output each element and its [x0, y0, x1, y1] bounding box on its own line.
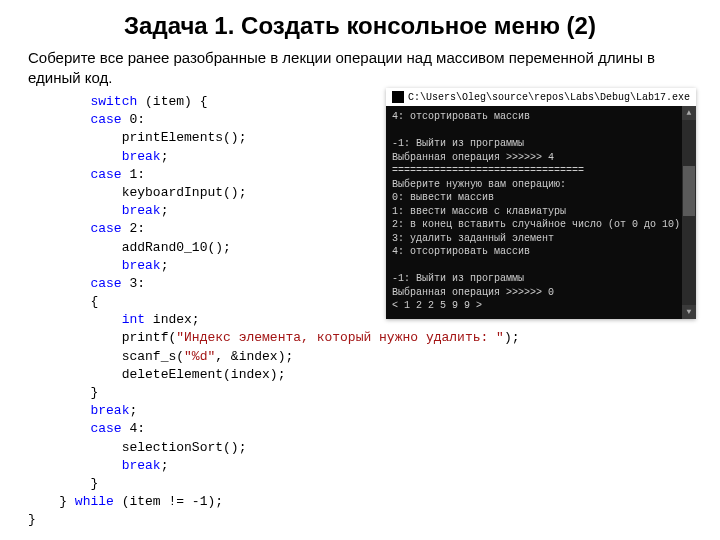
code-text: } — [90, 385, 98, 400]
kw-case: case — [90, 112, 121, 127]
kw-int: int — [122, 312, 145, 327]
code-text: 4: — [122, 421, 145, 436]
code-text: ; — [161, 458, 169, 473]
code-text: , &index); — [215, 349, 293, 364]
kw-case: case — [90, 421, 121, 436]
scroll-down-icon[interactable]: ▼ — [682, 305, 696, 319]
kw-case: case — [90, 221, 121, 236]
kw-break: break — [122, 258, 161, 273]
console-titlebar: C:\Users\Oleg\source\repos\Labs\Debug\La… — [386, 88, 696, 106]
code-text: } — [28, 512, 36, 527]
slide-title: Задача 1. Создать консольное меню (2) — [0, 0, 720, 40]
code-text: 3: — [122, 276, 145, 291]
code-text: index; — [145, 312, 200, 327]
code-text: } — [59, 494, 75, 509]
code-text: 2: — [122, 221, 145, 236]
scroll-up-icon[interactable]: ▲ — [682, 106, 696, 120]
kw-case: case — [90, 167, 121, 182]
code-text: (item) { — [137, 94, 207, 109]
code-text: 1: — [122, 167, 145, 182]
console-title-path: C:\Users\Oleg\source\repos\Labs\Debug\La… — [408, 92, 690, 103]
code-text: { — [90, 294, 98, 309]
kw-break: break — [122, 203, 161, 218]
code-text: printElements(); — [122, 130, 247, 145]
kw-break: break — [122, 149, 161, 164]
code-text: ; — [161, 203, 169, 218]
code-text: addRand0_10(); — [122, 240, 231, 255]
code-text: (item != -1); — [114, 494, 223, 509]
code-text: 0: — [122, 112, 145, 127]
code-text: } — [90, 476, 98, 491]
code-text: deleteElement(index); — [122, 367, 286, 382]
string-literal: "Индекс элемента, который нужно удалить:… — [176, 330, 504, 345]
code-text: ; — [129, 403, 137, 418]
kw-switch: switch — [90, 94, 137, 109]
code-text: ); — [504, 330, 520, 345]
code-text: ; — [161, 149, 169, 164]
code-text: ; — [161, 258, 169, 273]
console-output: 4: отсортировать массив -1: Выйти из про… — [386, 106, 696, 319]
string-literal: "%d" — [184, 349, 215, 364]
kw-case: case — [90, 276, 121, 291]
console-scrollbar[interactable]: ▲ ▼ — [682, 106, 696, 319]
code-text: selectionSort(); — [122, 440, 247, 455]
scrollbar-thumb[interactable] — [683, 166, 695, 216]
console-icon — [392, 91, 404, 103]
kw-break: break — [90, 403, 129, 418]
slide-subtitle: Соберите все ранее разобранные в лекции … — [0, 40, 720, 87]
code-text: keyboardInput(); — [122, 185, 247, 200]
console-window: C:\Users\Oleg\source\repos\Labs\Debug\La… — [386, 88, 696, 319]
kw-break: break — [122, 458, 161, 473]
kw-while: while — [75, 494, 114, 509]
code-text: printf( — [122, 330, 177, 345]
code-text: scanf_s( — [122, 349, 184, 364]
